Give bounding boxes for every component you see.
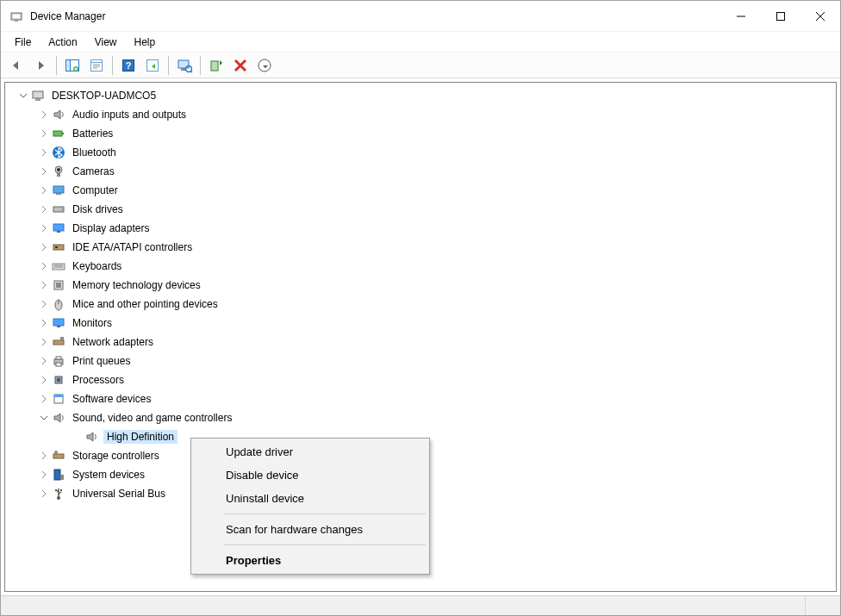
context-update-driver[interactable]: Update driver [193,440,427,464]
tree-node-processors[interactable]: Processors [9,370,836,389]
tree-node-display[interactable]: Display adapters [9,219,836,238]
svg-rect-47 [53,319,64,326]
maximize-button[interactable] [761,1,801,32]
menu-file[interactable]: File [6,34,40,51]
enable-button[interactable] [205,54,227,77]
svg-rect-50 [60,337,64,340]
chevron-right-icon[interactable] [38,165,50,177]
tree-node-computer[interactable]: Computer [9,181,836,200]
svg-rect-58 [53,454,64,458]
tree-root[interactable]: DESKTOP-UADMCO5 [9,86,836,105]
menu-help[interactable]: Help [126,34,165,51]
tree-node-label: Processors [71,373,126,387]
svg-point-30 [57,168,60,171]
svg-rect-31 [57,173,60,177]
mouse-icon [52,297,65,311]
titlebar: Device Manager [1,1,840,32]
forward-button[interactable] [29,54,52,77]
toolbar-separator [56,56,57,75]
chevron-right-icon[interactable] [38,469,50,481]
tree-node-software[interactable]: Software devices [9,389,836,408]
chevron-right-icon[interactable] [38,222,50,234]
svg-rect-49 [53,340,64,345]
svg-rect-27 [62,133,64,134]
camera-icon [52,165,65,178]
tree-node-memory[interactable]: Memory technology devices [9,276,836,295]
chevron-right-icon[interactable] [38,241,50,253]
chevron-right-icon[interactable] [38,393,50,405]
chevron-right-icon[interactable] [38,374,50,386]
tree-node-bluetooth[interactable]: Bluetooth [9,143,836,162]
device-tree-pane[interactable]: DESKTOP-UADMCO5 Audio inputs and outputs… [4,82,837,592]
svg-rect-8 [66,59,71,71]
help-button[interactable]: ? [117,54,140,77]
speaker-icon [52,108,65,121]
close-button[interactable] [801,1,840,32]
display-icon [52,221,65,235]
system-icon [52,468,65,482]
tree-node-audio[interactable]: Audio inputs and outputs [9,105,836,124]
uninstall-button[interactable] [229,54,252,77]
chevron-right-icon[interactable] [38,146,50,159]
chevron-right-icon[interactable] [38,184,50,196]
chevron-right-icon[interactable] [38,260,50,272]
svg-rect-25 [35,98,40,101]
tree-node-keyboards[interactable]: Keyboards [9,257,836,276]
chevron-right-icon[interactable] [38,298,50,310]
svg-rect-44 [56,283,61,288]
usb-icon [52,487,65,501]
scan-hardware-button[interactable] [173,54,196,77]
context-separator [224,544,426,545]
chevron-down-icon[interactable] [38,412,50,424]
tree-node-cameras[interactable]: Cameras [9,162,836,181]
minimize-button[interactable] [721,1,761,32]
context-disable-device[interactable]: Disable device [193,464,427,487]
chevron-right-icon[interactable] [38,450,50,462]
speaker-icon [84,430,98,444]
chevron-right-icon[interactable] [38,355,50,367]
chevron-right-icon[interactable] [38,488,50,500]
show-hide-button[interactable] [61,54,84,77]
tree-node-batteries[interactable]: Batteries [9,124,836,143]
statusbar-cell [806,596,840,615]
chevron-right-icon[interactable] [38,317,50,329]
tree-node-label: Network adapters [71,335,155,349]
tree-node-label: Disk drives [71,202,125,216]
menu-view[interactable]: View [86,34,126,51]
app-icon [9,9,23,23]
svg-point-35 [61,208,63,210]
tree-node-label: Memory technology devices [71,278,202,292]
enable-icon [209,58,224,73]
software-icon [52,392,65,406]
chevron-down-icon[interactable] [17,90,29,102]
svg-rect-48 [57,326,60,327]
chevron-right-icon[interactable] [38,336,50,348]
chevron-right-icon[interactable] [38,109,50,121]
help-window-button[interactable] [85,54,108,77]
tree-node-network[interactable]: Network adapters [9,333,836,352]
tree-node-monitors[interactable]: Monitors [9,314,836,333]
chevron-right-icon[interactable] [38,279,50,291]
window-controls [721,1,840,32]
tree-node-label: Print queues [71,354,132,368]
context-properties[interactable]: Properties [193,549,427,572]
svg-rect-4 [777,12,785,20]
context-separator [224,513,426,514]
menu-action[interactable]: Action [40,34,85,51]
back-button[interactable] [5,54,28,77]
context-uninstall-device[interactable]: Uninstall device [193,487,427,510]
tree-node-printers[interactable]: Print queues [9,352,836,370]
chevron-right-icon[interactable] [38,128,50,140]
tree-node-ide[interactable]: IDE ATA/ATAPI controllers [9,238,836,257]
tree-node-sound[interactable]: Sound, video and game controllers [9,408,836,427]
chevron-right-icon[interactable] [38,203,50,215]
statusbar-cell [1,596,806,615]
svg-rect-24 [33,91,43,98]
svg-rect-17 [147,59,159,71]
refresh-button[interactable] [141,54,164,77]
svg-rect-53 [56,363,61,366]
properties-button[interactable] [253,54,276,77]
context-scan-hardware[interactable]: Scan for hardware changes [193,518,427,541]
tree-node-mice[interactable]: Mice and other pointing devices [9,295,836,314]
tree-node-disk[interactable]: Disk drives [9,200,836,219]
